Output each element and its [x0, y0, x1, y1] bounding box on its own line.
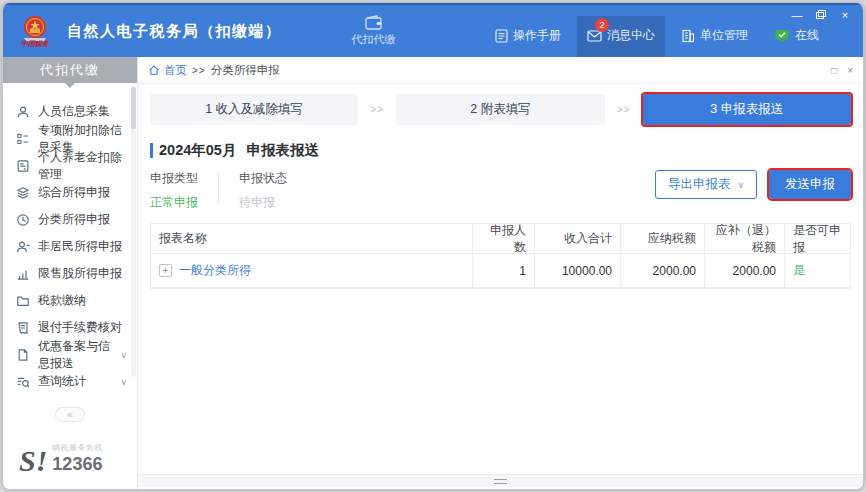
resize-handle[interactable] [494, 479, 507, 484]
header-tab-withholding[interactable]: 代扣代缴 [352, 15, 396, 47]
step-tab-income[interactable]: 1 收入及减除填写 [150, 94, 358, 125]
person-icon [16, 105, 30, 119]
sidebar-item-classified-income[interactable]: 分类所得申报 [3, 206, 137, 233]
sidebar-header: 代扣代缴 [3, 57, 137, 83]
chevron-down-icon: ∨ [120, 350, 127, 360]
app-title: 自然人电子税务局（扣缴端） [67, 22, 282, 41]
close-button[interactable]: × [839, 9, 851, 21]
breadcrumb-home-label: 首页 [164, 63, 187, 78]
step-tab-submit[interactable]: 3 申报表报送 [643, 94, 851, 125]
section-title-text: 申报表报送 [246, 141, 319, 160]
menu-item-online-status[interactable]: 在线 [764, 16, 829, 57]
step-tabs: 1 收入及减除填写 >> 2 附表填写 >> 3 申报表报送 [150, 94, 851, 125]
declaration-status-field: 申报状态 待申报 [239, 170, 287, 211]
declaration-type-field: 申报类型 正常申报 [150, 170, 198, 211]
sidebar-item-label: 综合所得申报 [38, 184, 110, 201]
top-menu: 操作手册 2 消息中心 单位管理 [485, 16, 829, 57]
row-expand-icon[interactable]: + [159, 264, 172, 277]
col-header-makeup-refund: 应补（退）税额 [704, 224, 784, 253]
sidebar-item-label: 限售股所得申报 [38, 265, 122, 282]
declaration-type-label: 申报类型 [150, 170, 198, 187]
sidebar-scrollbar-thumb[interactable] [131, 87, 136, 129]
sidebar-item-tax-payment[interactable]: 税款缴纳 [3, 287, 137, 314]
step-separator: >> [358, 104, 396, 115]
hotline-label: 纳税服务热线 [52, 443, 103, 453]
cell-people-count: 1 [472, 254, 534, 287]
header-tab-label: 代扣代缴 [352, 32, 396, 47]
national-emblem-icon [20, 15, 50, 43]
menu-item-label: 单位管理 [700, 27, 748, 44]
minimize-button[interactable]: — [791, 9, 803, 21]
menu-item-manual[interactable]: 操作手册 [485, 16, 571, 57]
message-count-badge: 2 [595, 18, 609, 32]
sidebar-item-label: 人员信息采集 [38, 103, 110, 120]
hotline-number: 12366 [52, 455, 103, 473]
sidebar-item-nonresident-income[interactable]: 非居民所得申报 [3, 233, 137, 260]
declaration-type-value: 正常申报 [150, 194, 198, 211]
sidebar-item-pension-deduction[interactable]: 个人养老金扣除管理 [3, 152, 137, 179]
sidebar-item-label: 查询统计 [38, 373, 86, 390]
step-separator: >> [605, 104, 643, 115]
person-dash-icon [16, 240, 30, 254]
step-tab-schedule[interactable]: 2 附表填写 [396, 94, 604, 125]
panel-restore-button[interactable]: □ [831, 65, 837, 76]
sidebar-menu: 人员信息采集 专项附加扣除信息采集 个人养老金扣除管理 综合所得申报 分类所得申… [3, 83, 137, 422]
content-body: 1 收入及减除填写 >> 2 附表填写 >> 3 申报表报送 2024年05月 … [138, 84, 863, 489]
export-declaration-button[interactable]: 导出申报表 ∨ [655, 170, 757, 199]
sidebar-scrollbar[interactable] [131, 87, 136, 377]
restore-button[interactable] [815, 9, 827, 21]
declaration-table: 报表名称 申报人数 收入合计 应纳税额 应补（退）税额 是否可申报 + 一般分类… [150, 223, 851, 289]
hotline-block: S! 纳税服务热线 12366 [19, 443, 103, 473]
folder-icon [16, 294, 30, 308]
declaration-info-row: 申报类型 正常申报 申报状态 待申报 导出申报表 ∨ 发送申报 [150, 170, 851, 211]
chevron-down-icon: ∨ [120, 377, 127, 387]
menu-item-messages[interactable]: 2 消息中心 [577, 16, 665, 57]
logo-script: 中国税务 [21, 41, 49, 48]
sidebar-item-comprehensive-income[interactable]: 综合所得申报 [3, 179, 137, 206]
export-declaration-label: 导出申报表 [668, 176, 731, 193]
clock-icon [16, 213, 30, 227]
cell-declarable: 是 [784, 254, 850, 287]
sidebar: 代扣代缴 人员信息采集 专项附加扣除信息采集 个人养老金扣除管理 综合所得申报 [3, 57, 138, 489]
action-buttons: 导出申报表 ∨ 发送申报 [655, 170, 851, 199]
document-icon [16, 348, 30, 362]
col-header-people-count: 申报人数 [472, 224, 534, 253]
col-header-declarable: 是否可申报 [784, 224, 850, 253]
col-header-tax-payable: 应纳税额 [620, 224, 704, 253]
sidebar-item-label: 个人养老金扣除管理 [38, 149, 127, 183]
menu-item-label: 在线 [795, 27, 819, 44]
sidebar-collapse-button[interactable]: « [55, 407, 85, 422]
layers-icon [16, 186, 30, 200]
home-icon [148, 64, 160, 76]
manual-icon [495, 29, 508, 43]
chevron-down-icon: ∨ [737, 180, 744, 190]
hotline-logo-icon: S! [19, 449, 47, 473]
send-declaration-button[interactable]: 发送申报 [769, 170, 851, 199]
cell-makeup-refund: 2000.00 [704, 254, 784, 287]
cell-income-total: 10000.00 [534, 254, 620, 287]
building-icon [681, 29, 695, 43]
sidebar-item-label: 税款缴纳 [38, 292, 86, 309]
window-controls: — × [791, 9, 851, 21]
cell-tax-payable: 2000.00 [620, 254, 704, 287]
menu-item-company[interactable]: 单位管理 [671, 16, 758, 57]
sidebar-item-restricted-shares[interactable]: 限售股所得申报 [3, 260, 137, 287]
table-header-row: 报表名称 申报人数 收入合计 应纳税额 应补（退）税额 是否可申报 [151, 224, 850, 254]
panel-close-button[interactable]: × [847, 65, 853, 76]
sidebar-item-query-statistics[interactable]: 查询统计 ∨ [3, 368, 137, 395]
checklist-icon [16, 132, 30, 146]
search-list-icon [16, 375, 30, 389]
breadcrumb: 首页 >> 分类所得申报 □ × [138, 57, 863, 84]
sidebar-item-label: 非居民所得申报 [38, 238, 122, 255]
declaration-status-label: 申报状态 [239, 170, 287, 187]
col-header-report-name: 报表名称 [151, 230, 472, 247]
panel-controls: □ × [831, 65, 853, 76]
main-content: 首页 >> 分类所得申报 □ × 1 收入及减除填写 >> 2 附表填写 >> … [138, 57, 863, 489]
declaration-status-value: 待申报 [239, 194, 287, 211]
field-divider [218, 172, 219, 204]
sidebar-item-label: 退付手续费核对 [38, 319, 122, 336]
breadcrumb-home[interactable]: 首页 [148, 63, 187, 78]
sidebar-item-preferential-filing[interactable]: 优惠备案与信息报送 ∨ [3, 341, 137, 368]
report-name-link[interactable]: 一般分类所得 [179, 262, 251, 279]
breadcrumb-separator: >> [192, 65, 206, 76]
